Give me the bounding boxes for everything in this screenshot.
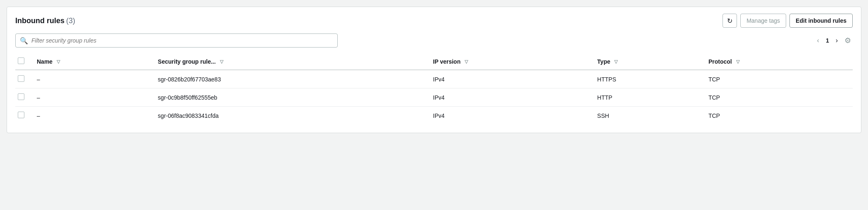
row-checkbox-cell-0[interactable] bbox=[15, 70, 32, 88]
settings-icon[interactable]: ⚙ bbox=[843, 34, 853, 47]
edit-inbound-rules-button[interactable]: Edit inbound rules bbox=[789, 14, 853, 28]
sort-icon-name: ▽ bbox=[57, 59, 60, 64]
refresh-button[interactable]: ↻ bbox=[723, 14, 737, 28]
header-actions: ↻ Manage tags Edit inbound rules bbox=[723, 14, 853, 28]
row-type-2: SSH bbox=[592, 107, 703, 125]
row-rule-id-1: sgr-0c9b8f50ff62555eb bbox=[153, 88, 428, 107]
inbound-rules-panel: Inbound rules (3) ↻ Manage tags Edit inb… bbox=[7, 7, 861, 133]
sort-icon-ip-version: ▽ bbox=[465, 59, 468, 64]
sort-icon-protocol: ▽ bbox=[736, 59, 739, 64]
col-header-name[interactable]: Name ▽ bbox=[32, 53, 153, 70]
row-ip-version-1: IPv4 bbox=[428, 88, 592, 107]
row-protocol-0: TCP bbox=[703, 70, 853, 88]
row-protocol-2: TCP bbox=[703, 107, 853, 125]
manage-tags-button[interactable]: Manage tags bbox=[740, 14, 786, 28]
pagination-controls: ‹ 1 › ⚙ bbox=[815, 34, 853, 47]
table-row: – sgr-0826b20f67703ae83 IPv4 HTTPS TCP bbox=[15, 70, 853, 88]
row-checkbox-cell-1[interactable] bbox=[15, 88, 32, 107]
panel-title: Inbound rules (3) bbox=[15, 17, 75, 25]
search-icon: 🔍 bbox=[20, 37, 28, 45]
table-header-row: Name ▽ Security group rule... ▽ IP versi… bbox=[15, 53, 853, 70]
sort-icon-rule-id: ▽ bbox=[220, 59, 223, 64]
row-type-0: HTTPS bbox=[592, 70, 703, 88]
row-checkbox-1[interactable] bbox=[18, 93, 24, 100]
header-row: Inbound rules (3) ↻ Manage tags Edit inb… bbox=[15, 14, 853, 28]
row-protocol-1: TCP bbox=[703, 88, 853, 107]
row-rule-id-2: sgr-06f8ac9083341cfda bbox=[153, 107, 428, 125]
sort-icon-type: ▽ bbox=[614, 59, 618, 64]
row-rule-id-0: sgr-0826b20f67703ae83 bbox=[153, 70, 428, 88]
col-header-protocol[interactable]: Protocol ▽ bbox=[703, 53, 853, 70]
title-count: (3) bbox=[66, 17, 75, 25]
col-header-rule-id[interactable]: Security group rule... ▽ bbox=[153, 53, 428, 70]
search-input[interactable] bbox=[31, 37, 333, 44]
search-box[interactable]: 🔍 bbox=[15, 33, 338, 48]
title-text: Inbound rules bbox=[15, 17, 64, 25]
row-name-1: – bbox=[32, 88, 153, 107]
inbound-rules-table: Name ▽ Security group rule... ▽ IP versi… bbox=[15, 53, 853, 124]
table-row: – sgr-06f8ac9083341cfda IPv4 SSH TCP bbox=[15, 107, 853, 125]
pagination-page-number: 1 bbox=[824, 37, 831, 44]
table-row: – sgr-0c9b8f50ff62555eb IPv4 HTTP TCP bbox=[15, 88, 853, 107]
row-name-2: – bbox=[32, 107, 153, 125]
row-checkbox-cell-2[interactable] bbox=[15, 107, 32, 125]
select-all-checkbox-header[interactable] bbox=[15, 53, 32, 70]
col-header-ip-version[interactable]: IP version ▽ bbox=[428, 53, 592, 70]
row-name-0: – bbox=[32, 70, 153, 88]
pagination-next-button[interactable]: › bbox=[833, 35, 840, 46]
row-checkbox-2[interactable] bbox=[18, 112, 24, 118]
row-checkbox-0[interactable] bbox=[18, 75, 24, 82]
select-all-checkbox[interactable] bbox=[18, 57, 24, 64]
row-ip-version-2: IPv4 bbox=[428, 107, 592, 125]
pagination-prev-button[interactable]: ‹ bbox=[815, 35, 822, 46]
row-ip-version-0: IPv4 bbox=[428, 70, 592, 88]
col-header-type[interactable]: Type ▽ bbox=[592, 53, 703, 70]
row-type-1: HTTP bbox=[592, 88, 703, 107]
search-pagination-row: 🔍 ‹ 1 › ⚙ bbox=[15, 33, 853, 48]
